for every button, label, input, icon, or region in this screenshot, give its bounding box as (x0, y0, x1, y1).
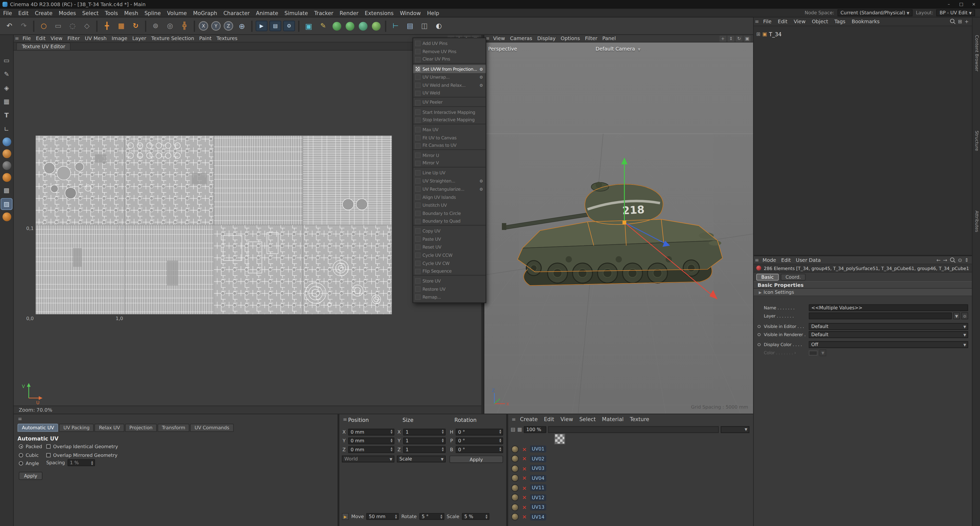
visible-editor-dropdown[interactable]: Default (809, 323, 968, 330)
spinner-icon[interactable] (440, 514, 442, 519)
menu-item[interactable]: Display (535, 36, 558, 41)
context-menu-item[interactable]: UV Weld and Relax... (413, 81, 485, 89)
pan-view-icon[interactable]: + (719, 35, 726, 41)
lighting-icon[interactable]: ◐ (433, 20, 445, 32)
menu-item[interactable]: Create (517, 416, 541, 423)
paint-setup-icon[interactable]: ✎ (317, 20, 329, 32)
texture-preview-thumbnail[interactable] (554, 434, 565, 444)
spacing-field[interactable]: 1 % (67, 459, 95, 466)
menu-item[interactable]: Options (558, 36, 582, 41)
panel-menu-icon[interactable] (754, 257, 760, 263)
menu-item[interactable]: Cameras (508, 36, 535, 41)
rotate-view-icon[interactable]: ↻ (736, 35, 743, 41)
menu-item[interactable]: View (48, 36, 65, 41)
menu-item[interactable]: Texture (627, 416, 652, 423)
context-menu-item[interactable]: Reset UV (413, 243, 485, 251)
gear-icon[interactable] (479, 83, 484, 88)
menu-item[interactable]: Edit (779, 257, 793, 263)
radio-option[interactable]: Angle (19, 461, 42, 466)
uv-tag-label[interactable]: UV02 (530, 455, 546, 462)
orange-ball-2-icon[interactable] (2, 212, 11, 221)
context-menu-item[interactable]: Boundary to Circle (413, 209, 485, 218)
menu-item[interactable]: Volume (164, 10, 190, 16)
menu-item[interactable]: Filter (582, 36, 600, 41)
menu-item[interactable]: Paint (197, 36, 214, 41)
dock-tab[interactable]: Content Browser (974, 35, 979, 72)
context-menu-item[interactable]: Copy UV (413, 227, 485, 235)
add-object-icon[interactable]: ▣ (302, 20, 315, 32)
context-menu-item[interactable]: Set UVW from Projection... (413, 65, 485, 73)
layer-field[interactable] (809, 312, 952, 319)
angle-tool-icon[interactable]: ∟ (1, 124, 12, 135)
menu-item[interactable]: Image (109, 36, 130, 41)
menu-item[interactable]: Mesh (121, 10, 141, 16)
context-menu-item[interactable]: Line Up UV (413, 169, 485, 177)
rotation-field[interactable]: 0 ° (456, 446, 503, 453)
spinner-icon[interactable] (391, 438, 393, 443)
icon-settings-group[interactable]: ▶ Icon Settings (754, 289, 972, 296)
menu-item[interactable]: Edit (33, 36, 48, 41)
menu-item[interactable]: View (491, 36, 508, 41)
name-field[interactable]: <<Multiple Values>> (809, 304, 968, 311)
magic-wand-icon[interactable]: ◈ (1, 83, 12, 93)
size-field[interactable]: 1 (403, 428, 445, 435)
minimize-button[interactable]: – (942, 0, 955, 9)
panel-menu-icon[interactable] (342, 417, 348, 423)
close-button[interactable]: × (967, 0, 980, 9)
menu-item[interactable]: View (791, 19, 809, 24)
gear-icon[interactable] (479, 67, 484, 72)
menu-item[interactable]: Tools (102, 10, 121, 16)
paint-brush-icon[interactable]: ✎ (1, 69, 12, 79)
uv-tools-tab[interactable]: Transform (158, 424, 190, 432)
uv-tools-tab[interactable]: UV Commands (190, 424, 234, 432)
menu-item[interactable]: Edit (775, 19, 791, 24)
coord-system-dropdown[interactable]: World (342, 456, 395, 462)
context-menu-item[interactable]: UV Unwrap... (413, 73, 485, 81)
visible-renderer-dropdown[interactable]: Default (809, 331, 968, 338)
context-menu-item[interactable]: UV Straighten... (413, 177, 485, 185)
uv-tag-label[interactable]: UV01 (530, 446, 546, 453)
context-menu-item[interactable]: Remap... (413, 293, 485, 301)
poly-selection-icon[interactable]: ◇ (81, 20, 93, 32)
scale-step-field[interactable]: 5 % (462, 513, 489, 520)
gear-icon[interactable] (479, 178, 484, 183)
menu-item[interactable]: File (760, 19, 775, 24)
material-blue-ball-icon[interactable] (2, 138, 11, 146)
object-name[interactable]: T_34 (769, 31, 782, 37)
live-selection-icon[interactable]: ○ (38, 20, 50, 32)
spinner-icon[interactable] (442, 447, 444, 452)
spinner-icon[interactable] (391, 429, 393, 434)
size-field[interactable]: 1 (403, 437, 445, 444)
rect-selection-icon[interactable]: ▭ (52, 20, 64, 32)
menu-item[interactable]: File (0, 10, 15, 16)
context-menu-item[interactable]: Unstitch UV (413, 201, 485, 209)
size-field[interactable]: 1 (403, 446, 445, 453)
node-space-dropdown[interactable]: Current (Standard/Physical) (837, 10, 913, 16)
radio-icon[interactable] (19, 461, 23, 466)
step-settings-icon[interactable]: ▶ (342, 513, 349, 520)
panel-menu-icon[interactable] (14, 36, 20, 41)
menu-item[interactable]: Simulate (281, 10, 311, 16)
menu-item[interactable]: Object (809, 19, 831, 24)
context-menu-item[interactable]: Start Interactive Mapping (413, 108, 485, 116)
material-dark-ball-icon[interactable] (2, 161, 11, 170)
dock-tab[interactable]: Attributes (974, 211, 979, 232)
menu-item[interactable]: Create (32, 10, 56, 16)
context-menu-item[interactable]: Mirror U (413, 151, 485, 159)
attribute-tab[interactable]: Basic (756, 273, 779, 280)
material-row[interactable]: UV03 (508, 464, 646, 474)
uv-tools-tab[interactable]: Projection (125, 424, 157, 432)
context-menu-item[interactable]: Fit UV to Canvas (413, 134, 485, 142)
display-color-dropdown[interactable]: Off (809, 341, 968, 348)
context-menu-item[interactable]: Cycle UV CW (413, 259, 485, 267)
spinner-icon[interactable] (499, 438, 501, 443)
material-green-1-icon[interactable] (332, 21, 341, 30)
context-menu-item[interactable]: Align UV Islands (413, 193, 485, 201)
move-step-field[interactable]: 50 mm (366, 513, 399, 520)
menu-item[interactable]: MoGraph (190, 10, 220, 16)
uv-tag-label[interactable]: UV12 (530, 494, 546, 501)
cube-tool-icon[interactable]: ▦ (1, 96, 12, 107)
add-icon[interactable]: + (965, 19, 969, 24)
spinner-icon[interactable] (485, 514, 488, 519)
material-row[interactable]: UV12 (508, 493, 646, 502)
